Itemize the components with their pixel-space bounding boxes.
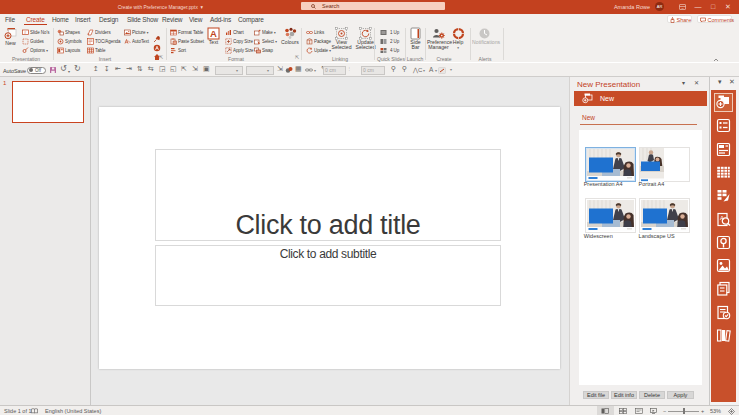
svg-text:A: A <box>720 215 724 221</box>
svg-text:A: A <box>210 28 217 39</box>
